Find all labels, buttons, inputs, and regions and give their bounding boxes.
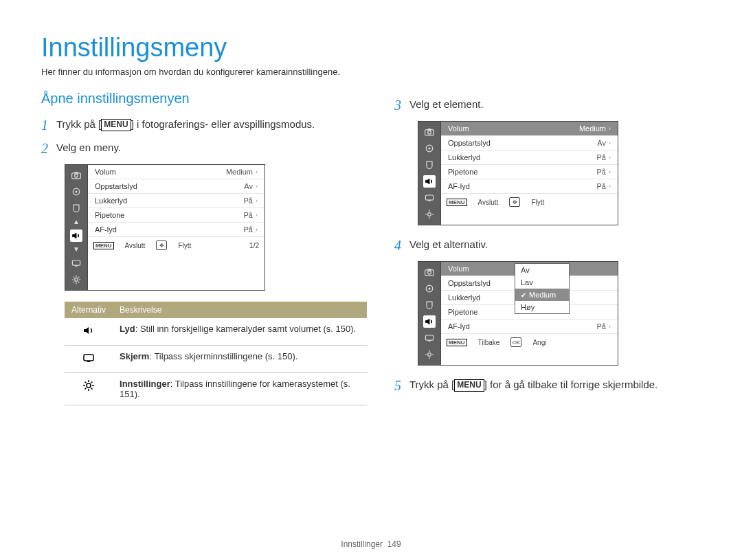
camera-screenshot-3: Volum Oppstartslyd Lukkerlyd Pipetone AF…: [418, 261, 618, 366]
shot-footer: MENUAvslutt ✥Flytt: [441, 194, 618, 210]
popup-option: Lav: [515, 276, 569, 289]
table-row: Innstillinger: Tilpass innstillingene fo…: [65, 373, 367, 405]
popup-option: Av: [515, 264, 569, 276]
sound-icon: [423, 175, 436, 188]
up-arrow-icon: ▲: [73, 219, 80, 225]
settings-row: AF-lydPå›: [441, 320, 618, 334]
svg-rect-24: [425, 335, 433, 340]
step-number: 4: [394, 236, 409, 254]
svg-point-10: [87, 383, 91, 388]
settings-row: OppstartslydAv›: [88, 179, 265, 194]
shot-footer: MENUAvslutt ✥Flytt 1/2: [88, 237, 265, 254]
step-1: 1 Trykk på [MENU] i fotograferings- elle…: [41, 116, 367, 134]
camera-icon: [423, 266, 436, 278]
camera-icon: [70, 169, 82, 181]
menu-icon: MENU: [93, 242, 114, 249]
step-number: 2: [41, 139, 56, 157]
display-icon: [423, 192, 436, 204]
svg-rect-16: [425, 195, 433, 200]
display-icon: [65, 346, 113, 373]
table-row: Skjerm: Tilpass skjerminnstillingene (s.…: [65, 346, 367, 373]
table-header-description: Beskrivelse: [113, 302, 367, 318]
gear-icon: [70, 273, 82, 286]
settings-row: VolumMedium›: [441, 122, 618, 136]
step-3: 3 Velg et element.: [394, 96, 701, 114]
mode-icon: [423, 282, 436, 295]
svg-rect-8: [84, 355, 93, 361]
left-column: Åpne innstillingsmenyen 1 Trykk på [MENU…: [41, 91, 367, 405]
settings-row: PipetonePå›: [88, 208, 265, 223]
step-4: 4 Velg et alternativ.: [394, 236, 701, 254]
step-5-text-a: Trykk på [: [409, 379, 454, 390]
cup-icon: [423, 299, 436, 311]
svg-point-18: [428, 213, 431, 216]
popup-option-selected: Medium: [515, 289, 569, 301]
nav-icon: ✥: [156, 240, 167, 250]
menu-icon: MENU: [447, 199, 467, 206]
page-indicator: 1/2: [249, 242, 259, 249]
settings-row: OppstartslydAv›: [441, 136, 618, 150]
settings-row: VolumMedium›: [88, 165, 265, 179]
settings-row: LukkerlydPå›: [88, 194, 265, 208]
sound-icon: [70, 229, 82, 242]
down-arrow-icon: ▼: [73, 246, 80, 253]
svg-rect-13: [428, 128, 431, 130]
step-5: 5 Trykk på [MENU] for å gå tilbake til f…: [394, 377, 701, 394]
menu-icon: MENU: [447, 339, 467, 346]
step-2-text: Velg en meny.: [56, 139, 121, 155]
intro-text: Her finner du informasjon om hvordan du …: [41, 67, 701, 77]
popup-option: Høy: [515, 301, 569, 313]
gear-icon: [65, 373, 113, 405]
settings-row: AF-lydPå›: [88, 223, 265, 237]
menu-button-label: MENU: [454, 379, 484, 392]
nav-icon: ✥: [509, 197, 520, 207]
settings-row: AF-lydPå›: [441, 179, 618, 194]
table-row: Lyd: Still inn forskjellige kameralyder …: [65, 318, 367, 346]
svg-rect-17: [428, 200, 430, 201]
display-icon: [70, 257, 82, 269]
svg-point-4: [75, 190, 77, 192]
page-title: Innstillingsmeny: [41, 33, 701, 63]
step-4-text: Velg et alternativ.: [409, 236, 488, 251]
step-1-text-b: ] i fotograferings- eller avspillingsmod…: [131, 118, 315, 130]
table-header-alternative: Alternativ: [65, 302, 113, 318]
gear-icon: [423, 348, 436, 361]
svg-rect-25: [428, 340, 430, 341]
svg-point-12: [428, 131, 431, 134]
svg-point-15: [428, 147, 430, 149]
step-3-text: Velg et element.: [409, 96, 484, 111]
step-5-text-b: ] for å gå tilbake til forrige skjermbil…: [484, 379, 658, 390]
step-1-text-a: Trykk på [: [56, 118, 101, 130]
step-number: 1: [41, 116, 56, 134]
mode-icon: [423, 142, 436, 155]
cup-icon: [70, 202, 82, 214]
svg-point-7: [75, 278, 78, 282]
svg-rect-6: [75, 265, 77, 267]
subhead: Åpne innstillingsmenyen: [41, 91, 367, 107]
svg-rect-9: [87, 361, 90, 362]
svg-rect-21: [428, 269, 431, 270]
volume-popup: Av Lav Medium Høy: [515, 263, 570, 314]
gear-icon: [423, 208, 436, 221]
ok-icon: OK: [510, 337, 521, 347]
display-icon: [423, 332, 436, 344]
settings-row: LukkerlydPå›: [441, 150, 618, 165]
camera-screenshot-1: ▲ ▼ VolumMedium› OppstartslydAv› Lukkerl…: [65, 164, 265, 291]
camera-icon: [423, 126, 436, 138]
svg-point-26: [428, 353, 431, 357]
settings-row: PipetonePå›: [441, 165, 618, 179]
cup-icon: [423, 159, 436, 171]
svg-point-23: [428, 287, 430, 289]
mode-icon: [70, 186, 82, 198]
shot-footer: MENUTilbake OKAngi: [441, 334, 618, 350]
step-2: 2 Velg en meny.: [41, 139, 367, 157]
svg-rect-5: [72, 260, 80, 265]
camera-screenshot-2: VolumMedium› OppstartslydAv› LukkerlydPå…: [418, 121, 618, 225]
right-column: 3 Velg et element. VolumMedium›: [394, 91, 701, 405]
svg-rect-2: [75, 172, 78, 173]
sound-icon: [65, 318, 113, 346]
step-number: 3: [394, 96, 409, 114]
options-table: AlternativBeskrivelse Lyd: Still inn for…: [65, 302, 367, 405]
page-footer: Innstillinger 149: [0, 539, 742, 549]
svg-point-1: [75, 174, 78, 177]
